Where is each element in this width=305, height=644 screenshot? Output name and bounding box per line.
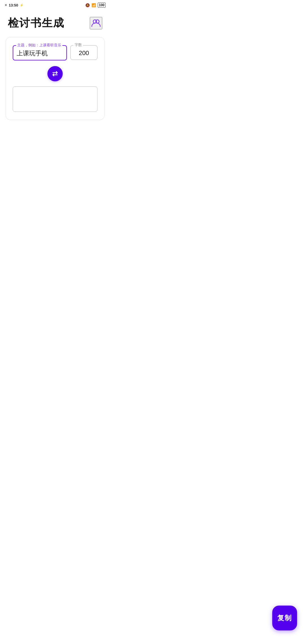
input-row: 主题，例如：上课看听音乐 字数 (13, 45, 97, 60)
main-card: 主题，例如：上课看听音乐 字数 (6, 37, 104, 120)
generate-button[interactable] (47, 66, 63, 81)
status-left: ✕ 13:50 ⚡ (5, 3, 24, 7)
user-icon (91, 18, 101, 28)
usb-icon: ⚡ (20, 3, 24, 7)
theme-input[interactable] (17, 48, 63, 57)
header: 检讨书生成 (0, 10, 110, 35)
word-count-label: 字数 (73, 42, 83, 47)
status-right: 🔕 📶 100 (85, 3, 106, 8)
status-bar: ✕ 13:50 ⚡ 🔕 📶 100 (0, 0, 110, 10)
output-area (13, 86, 97, 112)
sim-icon: ✕ (5, 3, 7, 7)
wifi-icon: 📶 (91, 3, 96, 7)
word-count-wrapper: 字数 (70, 45, 97, 60)
page-title: 检讨书生成 (8, 16, 64, 30)
user-profile-button[interactable] (90, 17, 102, 29)
mute-icon: 🔕 (85, 3, 90, 7)
time-display: 13:50 (9, 3, 18, 7)
theme-field-label: 主题，例如：上课看听音乐 (16, 43, 62, 48)
transfer-icon (51, 70, 59, 78)
word-count-input[interactable] (73, 48, 94, 57)
theme-field-wrapper: 主题，例如：上课看听音乐 (13, 45, 67, 60)
transfer-btn-row (13, 66, 97, 81)
battery-display: 100 (98, 3, 106, 8)
